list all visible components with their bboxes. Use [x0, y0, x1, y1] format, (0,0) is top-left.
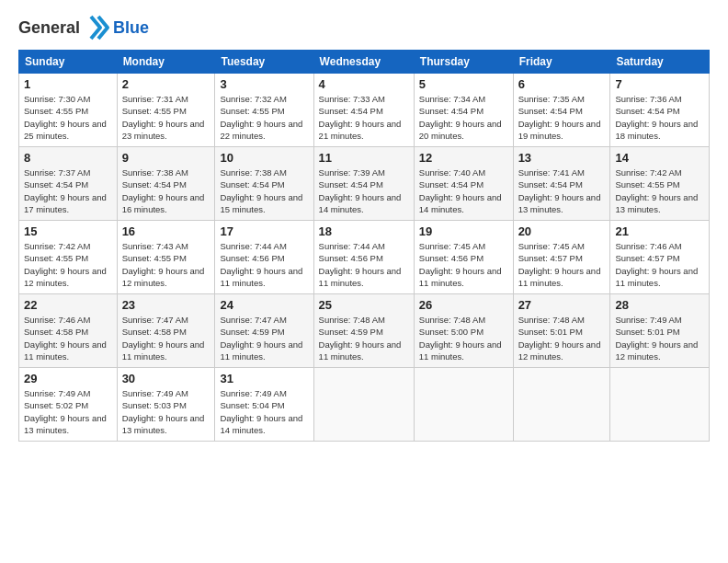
day-info: Sunrise: 7:49 AMSunset: 5:04 PMDaylight:… — [220, 388, 302, 435]
day-info: Sunrise: 7:46 AMSunset: 4:57 PMDaylight:… — [615, 241, 698, 288]
calendar-cell — [313, 368, 414, 442]
day-info: Sunrise: 7:34 AMSunset: 4:54 PMDaylight:… — [419, 94, 502, 141]
day-info: Sunrise: 7:38 AMSunset: 4:54 PMDaylight:… — [220, 167, 302, 214]
weekday-header-tuesday: Tuesday — [215, 51, 313, 74]
calendar-cell: 4 Sunrise: 7:33 AMSunset: 4:54 PMDayligh… — [313, 74, 414, 147]
week-row-5: 29 Sunrise: 7:49 AMSunset: 5:02 PMDaylig… — [19, 368, 710, 442]
day-number: 22 — [24, 298, 112, 312]
day-number: 28 — [615, 298, 704, 312]
day-number: 15 — [24, 224, 112, 238]
day-number: 21 — [615, 224, 704, 238]
weekday-header-row: SundayMondayTuesdayWednesdayThursdayFrid… — [19, 51, 710, 74]
day-number: 8 — [24, 151, 112, 165]
calendar-cell: 5 Sunrise: 7:34 AMSunset: 4:54 PMDayligh… — [414, 74, 513, 147]
calendar-cell — [610, 368, 710, 442]
page: General Blue SundayMondayTuesdayWednesda… — [0, 0, 728, 563]
calendar-cell: 24 Sunrise: 7:47 AMSunset: 4:59 PMDaylig… — [215, 294, 313, 368]
day-number: 26 — [419, 298, 508, 312]
day-info: Sunrise: 7:40 AMSunset: 4:54 PMDaylight:… — [419, 167, 502, 214]
day-number: 31 — [220, 372, 308, 385]
day-info: Sunrise: 7:42 AMSunset: 4:55 PMDaylight:… — [24, 241, 107, 288]
day-number: 11 — [319, 151, 409, 165]
calendar-table: SundayMondayTuesdayWednesdayThursdayFrid… — [18, 50, 710, 442]
calendar-cell: 19 Sunrise: 7:45 AMSunset: 4:56 PMDaylig… — [414, 221, 513, 294]
calendar-cell: 30 Sunrise: 7:49 AMSunset: 5:03 PMDaylig… — [117, 368, 215, 442]
week-row-4: 22 Sunrise: 7:46 AMSunset: 4:58 PMDaylig… — [19, 294, 710, 368]
day-info: Sunrise: 7:47 AMSunset: 4:58 PMDaylight:… — [122, 315, 205, 362]
day-info: Sunrise: 7:30 AMSunset: 4:55 PMDaylight:… — [24, 94, 107, 141]
day-number: 3 — [220, 77, 308, 91]
calendar-cell: 15 Sunrise: 7:42 AMSunset: 4:55 PMDaylig… — [19, 221, 118, 294]
weekday-header-saturday: Saturday — [610, 51, 710, 74]
calendar-cell: 14 Sunrise: 7:42 AMSunset: 4:55 PMDaylig… — [610, 147, 710, 221]
calendar-cell: 6 Sunrise: 7:35 AMSunset: 4:54 PMDayligh… — [513, 74, 610, 147]
calendar-cell: 23 Sunrise: 7:47 AMSunset: 4:58 PMDaylig… — [117, 294, 215, 368]
logo-blue-text: Blue — [113, 18, 149, 38]
calendar-cell: 16 Sunrise: 7:43 AMSunset: 4:55 PMDaylig… — [117, 221, 215, 294]
logo: General Blue — [18, 15, 149, 40]
calendar-cell: 26 Sunrise: 7:48 AMSunset: 5:00 PMDaylig… — [414, 294, 513, 368]
logo-arrow-icon — [82, 15, 111, 40]
calendar-cell: 27 Sunrise: 7:48 AMSunset: 5:01 PMDaylig… — [513, 294, 610, 368]
day-info: Sunrise: 7:41 AMSunset: 4:54 PMDaylight:… — [518, 167, 601, 214]
day-info: Sunrise: 7:39 AMSunset: 4:54 PMDaylight:… — [319, 167, 402, 214]
day-number: 6 — [518, 77, 606, 91]
week-row-1: 1 Sunrise: 7:30 AMSunset: 4:55 PMDayligh… — [19, 74, 710, 147]
weekday-header-sunday: Sunday — [19, 51, 118, 74]
day-info: Sunrise: 7:49 AMSunset: 5:02 PMDaylight:… — [24, 388, 107, 435]
day-number: 4 — [319, 77, 409, 91]
day-number: 23 — [122, 298, 210, 312]
calendar-cell: 7 Sunrise: 7:36 AMSunset: 4:54 PMDayligh… — [610, 74, 710, 147]
day-number: 19 — [419, 224, 508, 238]
calendar-cell: 17 Sunrise: 7:44 AMSunset: 4:56 PMDaylig… — [215, 221, 313, 294]
day-number: 9 — [122, 151, 210, 165]
day-number: 14 — [615, 151, 704, 165]
day-info: Sunrise: 7:45 AMSunset: 4:56 PMDaylight:… — [419, 241, 502, 288]
calendar-cell: 2 Sunrise: 7:31 AMSunset: 4:55 PMDayligh… — [117, 74, 215, 147]
logo-text: General Blue — [18, 15, 149, 40]
calendar-cell: 18 Sunrise: 7:44 AMSunset: 4:56 PMDaylig… — [313, 221, 414, 294]
calendar-cell: 25 Sunrise: 7:48 AMSunset: 4:59 PMDaylig… — [313, 294, 414, 368]
day-number: 16 — [122, 224, 210, 238]
weekday-header-monday: Monday — [117, 51, 215, 74]
day-info: Sunrise: 7:37 AMSunset: 4:54 PMDaylight:… — [24, 167, 107, 214]
weekday-header-thursday: Thursday — [414, 51, 513, 74]
day-info: Sunrise: 7:48 AMSunset: 5:00 PMDaylight:… — [419, 315, 502, 362]
weekday-header-wednesday: Wednesday — [313, 51, 414, 74]
calendar-cell: 9 Sunrise: 7:38 AMSunset: 4:54 PMDayligh… — [117, 147, 215, 221]
day-info: Sunrise: 7:32 AMSunset: 4:55 PMDaylight:… — [220, 94, 302, 141]
day-number: 17 — [220, 224, 308, 238]
day-number: 5 — [419, 77, 508, 91]
day-number: 7 — [615, 77, 704, 91]
day-info: Sunrise: 7:33 AMSunset: 4:54 PMDaylight:… — [319, 94, 402, 141]
day-info: Sunrise: 7:48 AMSunset: 5:01 PMDaylight:… — [518, 315, 601, 362]
day-number: 30 — [122, 372, 210, 385]
calendar-cell: 21 Sunrise: 7:46 AMSunset: 4:57 PMDaylig… — [610, 221, 710, 294]
day-info: Sunrise: 7:48 AMSunset: 4:59 PMDaylight:… — [319, 315, 402, 362]
day-info: Sunrise: 7:46 AMSunset: 4:58 PMDaylight:… — [24, 315, 107, 362]
day-number: 24 — [220, 298, 308, 312]
weekday-header-friday: Friday — [513, 51, 610, 74]
day-info: Sunrise: 7:38 AMSunset: 4:54 PMDaylight:… — [122, 167, 205, 214]
day-info: Sunrise: 7:31 AMSunset: 4:55 PMDaylight:… — [122, 94, 205, 141]
calendar-cell: 8 Sunrise: 7:37 AMSunset: 4:54 PMDayligh… — [19, 147, 118, 221]
week-row-3: 15 Sunrise: 7:42 AMSunset: 4:55 PMDaylig… — [19, 221, 710, 294]
calendar-cell — [414, 368, 513, 442]
calendar-cell: 3 Sunrise: 7:32 AMSunset: 4:55 PMDayligh… — [215, 74, 313, 147]
day-info: Sunrise: 7:36 AMSunset: 4:54 PMDaylight:… — [615, 94, 698, 141]
day-info: Sunrise: 7:44 AMSunset: 4:56 PMDaylight:… — [319, 241, 402, 288]
day-info: Sunrise: 7:45 AMSunset: 4:57 PMDaylight:… — [518, 241, 601, 288]
day-info: Sunrise: 7:47 AMSunset: 4:59 PMDaylight:… — [220, 315, 302, 362]
calendar-cell: 20 Sunrise: 7:45 AMSunset: 4:57 PMDaylig… — [513, 221, 610, 294]
calendar-cell — [513, 368, 610, 442]
day-info: Sunrise: 7:35 AMSunset: 4:54 PMDaylight:… — [518, 94, 601, 141]
day-info: Sunrise: 7:42 AMSunset: 4:55 PMDaylight:… — [615, 167, 698, 214]
day-number: 13 — [518, 151, 606, 165]
day-number: 20 — [518, 224, 606, 238]
day-info: Sunrise: 7:43 AMSunset: 4:55 PMDaylight:… — [122, 241, 205, 288]
calendar-cell: 28 Sunrise: 7:49 AMSunset: 5:01 PMDaylig… — [610, 294, 710, 368]
day-number: 10 — [220, 151, 308, 165]
day-number: 18 — [319, 224, 409, 238]
day-number: 27 — [518, 298, 606, 312]
calendar-cell: 31 Sunrise: 7:49 AMSunset: 5:04 PMDaylig… — [215, 368, 313, 442]
